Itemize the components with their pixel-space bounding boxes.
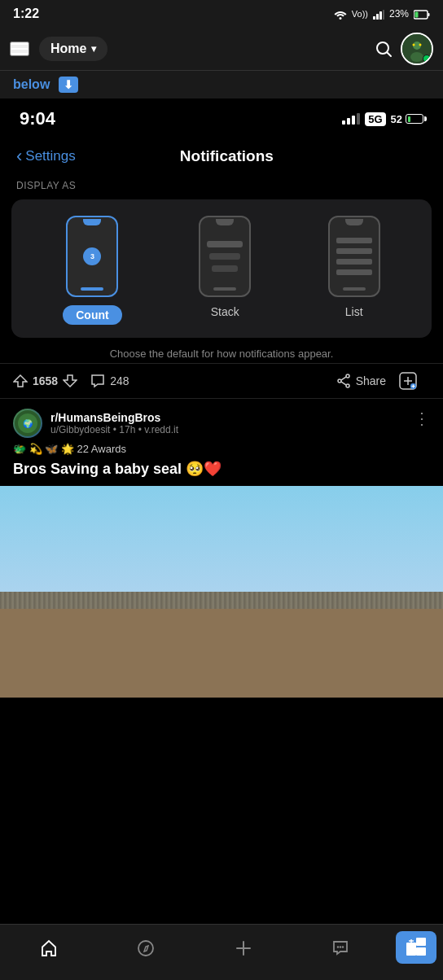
list-phone-mockup (328, 216, 380, 297)
post-details: u/Gibbydoesit • 17h • v.redd.it (50, 424, 178, 435)
svg-point-15 (346, 374, 349, 378)
upvote-button[interactable] (13, 374, 28, 388)
award-icon-4: 🌟 (61, 443, 74, 455)
count-notch (83, 219, 101, 225)
svg-point-12 (410, 52, 423, 62)
comments-button[interactable]: 248 (90, 374, 129, 388)
image-sky (0, 486, 443, 609)
ios-signal-bars (342, 113, 360, 125)
post-subreddit[interactable]: r/HumansBeingBros (50, 411, 178, 424)
awards-icon (405, 936, 428, 959)
post-card: 🌍 r/HumansBeingBros u/Gibbydoesit • 17h … (0, 399, 443, 698)
svg-point-0 (339, 17, 341, 20)
svg-line-18 (340, 377, 345, 380)
svg-rect-35 (406, 943, 416, 956)
app-status-bar: 1:22 Vo)) 23% (0, 0, 443, 28)
vote-count: 1658 (33, 374, 58, 387)
count-phone-mockup: 3 (66, 216, 118, 297)
awards-count: 22 Awards (77, 443, 126, 455)
ios-status-bar: 9:04 5G 52 (0, 98, 443, 136)
vote-section: 1658 (13, 374, 77, 388)
svg-line-9 (388, 53, 392, 57)
ios-battery: 52 (391, 113, 423, 125)
ios-status-right: 5G 52 (342, 112, 423, 126)
svg-point-34 (342, 946, 344, 947)
home-dropdown-button[interactable]: Home ▾ (39, 37, 107, 61)
award-icon-3: 🦋 (45, 443, 58, 455)
chevron-down-icon: ▾ (91, 43, 96, 55)
stack-phone-mockup (199, 216, 251, 297)
nav-discover-button[interactable] (98, 934, 195, 961)
svg-point-16 (346, 384, 349, 387)
notifications-screen: ‹ Settings Notifications DISPLAY AS 3 Co… (0, 136, 443, 363)
signal-text: Vo)) (352, 9, 368, 19)
ios-time: 9:04 (20, 108, 55, 129)
post-time: 17h (119, 424, 135, 435)
display-helper-text: Choose the default for how notifications… (0, 338, 443, 363)
display-option-stack[interactable]: Stack (199, 216, 251, 318)
count-label: Count (63, 305, 121, 325)
list-label: List (345, 305, 363, 318)
nav-chat-button[interactable] (292, 934, 390, 961)
notifications-title: Notifications (76, 147, 378, 165)
post-meta-left: 🌍 r/HumansBeingBros u/Gibbydoesit • 17h … (13, 409, 178, 438)
stack-label: Stack (211, 305, 239, 318)
post-meta: 🌍 r/HumansBeingBros u/Gibbydoesit • 17h … (13, 409, 430, 438)
image-ground (0, 609, 443, 698)
compass-icon (137, 937, 155, 958)
avatar[interactable] (401, 33, 433, 65)
app-header: Home ▾ (0, 28, 443, 71)
svg-rect-1 (373, 16, 375, 20)
app-header-left: Home ▾ (10, 37, 107, 61)
svg-text:🌍: 🌍 (23, 418, 33, 429)
home-label: Home (50, 42, 86, 56)
notifications-header: ‹ Settings Notifications (0, 136, 443, 180)
nav-awards-button[interactable] (396, 931, 436, 964)
award-icon-1: 🐲 (13, 443, 26, 455)
post-image[interactable] (0, 486, 443, 698)
svg-rect-7 (415, 11, 419, 17)
downvote-button[interactable] (63, 374, 77, 388)
search-button[interactable] (375, 40, 393, 58)
share-button[interactable]: Share (336, 374, 386, 388)
count-screen-area: 3 (68, 225, 116, 287)
svg-point-17 (338, 379, 341, 383)
stack-screen-area (200, 225, 249, 287)
more-options-button[interactable]: ⋮ (414, 409, 430, 428)
app-status-time: 1:22 (13, 7, 39, 21)
display-option-count[interactable]: 3 Count (63, 216, 121, 325)
post-source: v.redd.it (144, 424, 178, 435)
add-button[interactable] (399, 372, 417, 390)
svg-rect-4 (383, 10, 384, 20)
back-button[interactable]: ‹ Settings (16, 146, 76, 167)
display-as-label: DISPLAY AS (0, 180, 443, 199)
ios-network-label: 5G (365, 112, 385, 126)
awards-row: 🐲 💫 🦋 🌟 22 Awards (13, 443, 430, 455)
svg-rect-37 (416, 947, 426, 956)
svg-point-33 (340, 946, 341, 947)
plus-icon (235, 937, 252, 958)
bottom-nav (0, 924, 443, 980)
app-status-icons: Vo)) 23% (334, 8, 430, 20)
actions-bar: 1658 248 Share (0, 363, 443, 399)
nav-home-button[interactable] (0, 934, 98, 961)
back-label: Settings (25, 148, 75, 164)
hamburger-menu-button[interactable] (10, 42, 29, 56)
svg-rect-6 (428, 13, 430, 16)
svg-rect-36 (416, 938, 426, 946)
ios-battery-icon (406, 114, 423, 124)
svg-rect-3 (379, 11, 382, 20)
share-label: Share (356, 374, 386, 387)
svg-line-19 (340, 382, 345, 385)
download-badge: ⬇ (59, 77, 78, 93)
comments-count: 248 (110, 374, 129, 387)
post-title[interactable]: Bros Saving a baby seal 🥺❤️ (13, 460, 430, 478)
home-icon (40, 937, 58, 958)
back-chevron-icon: ‹ (16, 146, 22, 167)
app-header-right (375, 33, 433, 65)
signal-icon (373, 8, 384, 20)
nav-create-button[interactable] (195, 934, 292, 961)
subreddit-icon[interactable]: 🌍 (13, 409, 42, 438)
display-option-list[interactable]: List (328, 216, 380, 318)
display-options-card: 3 Count Stack (11, 199, 432, 338)
